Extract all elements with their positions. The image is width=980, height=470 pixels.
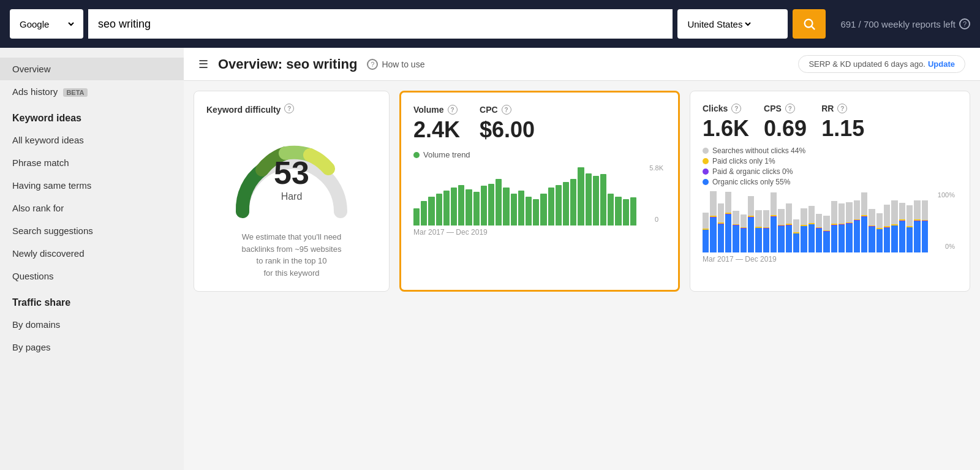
country-dropdown[interactable]: United States xyxy=(685,18,753,30)
clicks-bar-col xyxy=(869,191,875,252)
volume-bar xyxy=(623,199,629,226)
svg-point-0 xyxy=(805,20,813,28)
clicks-bar-col xyxy=(876,191,883,252)
legend-item: Paid & organic clicks 0% xyxy=(703,167,957,176)
clicks-y-min: 0% xyxy=(945,243,955,250)
sidebar-item-having-same-terms[interactable]: Having same terms xyxy=(0,174,184,197)
volume-bar xyxy=(458,185,464,226)
reports-help-icon[interactable]: ? xyxy=(959,18,970,29)
volume-bar-chart xyxy=(413,164,636,226)
kd-description: We estimate that you'll needbacklinks fr… xyxy=(206,231,377,279)
sidebar-item-also-rank-for[interactable]: Also rank for xyxy=(0,197,184,219)
clicks-bar-col xyxy=(914,191,920,252)
reports-info: 691 / 700 weekly reports left ? xyxy=(840,18,970,29)
volume-bar xyxy=(556,185,562,226)
clicks-bar-col xyxy=(778,191,784,252)
volume-y-max: 5.8K xyxy=(649,164,663,172)
clicks-bar-col xyxy=(733,191,739,252)
gauge-center: 53 Hard xyxy=(274,157,309,202)
volume-bar xyxy=(578,167,584,226)
rr-value: 1.15 xyxy=(821,116,864,142)
kd-difficulty-label: Hard xyxy=(274,191,309,202)
keyword-difficulty-card: Keyword difficulty ? xyxy=(194,91,390,292)
how-to-use-icon: ? xyxy=(367,59,378,70)
legend-item: Searches without clicks 44% xyxy=(703,146,957,155)
rr-help-icon[interactable]: ? xyxy=(837,104,847,113)
cps-value: 0.69 xyxy=(764,116,807,142)
volume-bar xyxy=(428,197,434,226)
ads-history-badge: BETA xyxy=(63,88,87,97)
volume-bar xyxy=(451,188,457,226)
sidebar-item-search-suggestions[interactable]: Search suggestions xyxy=(0,219,184,242)
engine-dropdown[interactable]: Google xyxy=(17,18,76,30)
content-area: ☰ Overview: seo writing ? How to use SER… xyxy=(184,48,980,470)
volume-bar xyxy=(443,191,450,226)
gauge-container: 53 Hard xyxy=(206,126,377,224)
engine-selector[interactable]: Google xyxy=(10,9,83,39)
sidebar-item-by-pages[interactable]: By pages xyxy=(0,336,184,358)
sidebar-item-newly-discovered[interactable]: Newly discovered xyxy=(0,242,184,265)
clicks-bar-col xyxy=(710,191,716,252)
clicks-y-max: 100% xyxy=(938,191,955,199)
update-link[interactable]: Update xyxy=(928,59,955,69)
cpc-value: $6.00 xyxy=(480,117,535,143)
volume-help-icon[interactable]: ? xyxy=(448,105,458,115)
clicks-bar-col xyxy=(839,191,845,252)
sidebar-item-ads-history[interactable]: Ads history BETA xyxy=(0,80,184,103)
clicks-bar-chart xyxy=(703,191,928,252)
clicks-help-icon[interactable]: ? xyxy=(731,104,741,113)
cpc-help-icon[interactable]: ? xyxy=(502,105,511,115)
clicks-metrics: Clicks ? 1.6K CPS ? 0.69 xyxy=(703,104,957,142)
volume-bar xyxy=(436,194,442,226)
volume-chart-container: 5.8K 0 xyxy=(413,164,666,226)
volume-y-min: 0 xyxy=(655,216,658,223)
reports-text: 691 / 700 weekly reports left xyxy=(840,19,956,29)
clicks-metric: Clicks ? 1.6K xyxy=(703,104,749,142)
sidebar-item-questions[interactable]: Questions xyxy=(0,265,184,287)
sidebar-item-by-domains[interactable]: By domains xyxy=(0,313,184,336)
clicks-bar-col xyxy=(846,191,852,252)
country-selector[interactable]: United States xyxy=(677,9,788,39)
clicks-bar-col xyxy=(922,191,928,252)
volume-card: Volume ? 2.4K CPC ? $6.00 xyxy=(399,91,680,292)
clicks-bar-col xyxy=(891,191,897,252)
clicks-bar-col xyxy=(771,191,777,252)
search-button[interactable] xyxy=(793,9,826,39)
serp-status: SERP & KD updated 6 days ago. Update xyxy=(798,55,965,73)
clicks-bar-col xyxy=(816,191,822,252)
how-to-use-button[interactable]: ? How to use xyxy=(367,59,424,70)
sidebar-item-overview[interactable]: Overview xyxy=(0,58,184,80)
clicks-bar-col xyxy=(718,191,724,252)
volume-bar xyxy=(518,191,524,226)
volume-bar xyxy=(526,197,532,226)
cards-grid: Keyword difficulty ? xyxy=(184,81,980,301)
volume-bar xyxy=(600,174,606,226)
volume-bar xyxy=(540,194,546,226)
clicks-date-range: Mar 2017 — Dec 2019 xyxy=(703,255,957,263)
hamburger-icon[interactable]: ☰ xyxy=(198,58,208,71)
kd-help-icon[interactable]: ? xyxy=(284,104,294,113)
clicks-card: Clicks ? 1.6K CPS ? 0.69 xyxy=(690,91,970,292)
top-bar: Google United States 691 / 700 weekly re… xyxy=(0,0,980,48)
volume-bar xyxy=(548,188,554,226)
volume-bar xyxy=(466,189,472,226)
clicks-bar-col xyxy=(801,191,807,252)
volume-bar xyxy=(503,188,509,226)
volume-bar xyxy=(593,176,599,226)
sidebar-item-all-keyword-ideas[interactable]: All keyword ideas xyxy=(0,129,184,151)
clicks-bar-col xyxy=(741,191,747,252)
search-input-wrap[interactable] xyxy=(88,9,673,39)
cps-help-icon[interactable]: ? xyxy=(785,104,795,113)
volume-bar xyxy=(563,182,569,226)
clicks-legend: Searches without clicks 44%Paid clicks o… xyxy=(703,146,957,186)
volume-bar xyxy=(570,179,576,226)
sidebar: Overview Ads history BETA Keyword ideas … xyxy=(0,48,184,470)
page-header: ☰ Overview: seo writing ? How to use SER… xyxy=(184,48,980,81)
volume-bar xyxy=(533,199,539,226)
volume-trend: Volume trend xyxy=(413,150,666,159)
search-input[interactable] xyxy=(88,9,673,39)
clicks-bar-col xyxy=(884,191,890,252)
sidebar-item-phrase-match[interactable]: Phrase match xyxy=(0,151,184,174)
clicks-bar-col xyxy=(861,191,867,252)
clicks-bar-col xyxy=(748,191,754,252)
